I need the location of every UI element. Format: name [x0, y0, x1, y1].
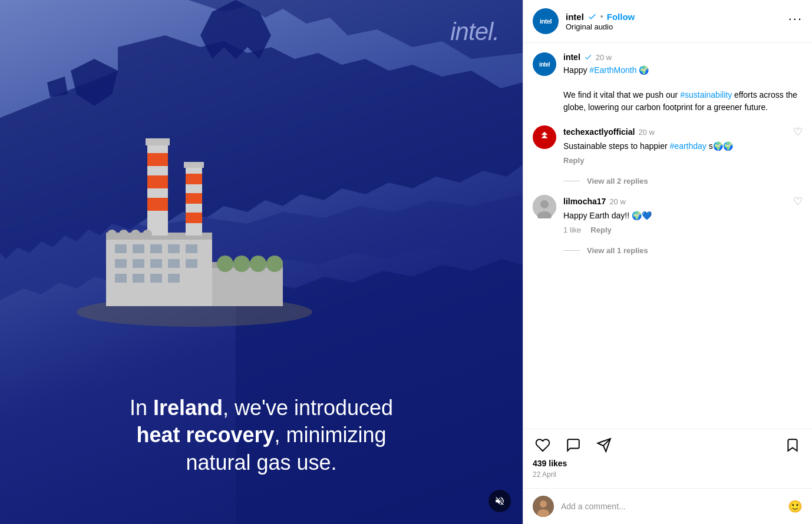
svg-rect-25: [147, 153, 168, 166]
svg-point-35: [131, 230, 140, 239]
comment-button[interactable]: [563, 435, 583, 455]
svg-rect-5: [150, 244, 162, 253]
comment-reply-button[interactable]: Reply: [590, 225, 611, 234]
view-replies-row: View all 2 replies: [563, 177, 803, 185]
header-username: intel: [566, 12, 584, 22]
svg-point-34: [119, 230, 128, 239]
replies-line-2: [563, 250, 580, 251]
svg-point-21: [250, 256, 266, 272]
svg-rect-12: [186, 259, 197, 268]
post-date: 22 April: [533, 470, 803, 479]
view-replies-button[interactable]: View all 2 replies: [587, 177, 648, 185]
comment-body: techexactlyofficial 20 w ♡ Sustainable s…: [563, 125, 803, 165]
svg-rect-11: [168, 259, 180, 268]
original-audio-label: Original audio: [566, 22, 781, 31]
svg-rect-6: [168, 244, 180, 253]
lilmocha-avatar: [533, 195, 556, 218]
intel-watermark: intel.: [450, 18, 499, 46]
add-comment-row: Add a comment... 🙂: [523, 488, 812, 524]
svg-rect-14: [133, 274, 144, 283]
view-replies-button-2[interactable]: View all 1 replies: [587, 246, 648, 255]
techexactly-avatar: [533, 125, 556, 149]
svg-rect-27: [147, 198, 168, 211]
svg-point-19: [217, 256, 233, 272]
comment-like-count: 1 like: [563, 225, 581, 234]
emoji-button[interactable]: 🙂: [788, 499, 803, 513]
action-bar: 439 likes 22 April: [523, 429, 812, 488]
svg-point-33: [107, 230, 117, 239]
svg-rect-13: [115, 274, 127, 283]
dot-separator: •: [600, 12, 603, 21]
caption-intel-avatar[interactable]: intel: [533, 52, 556, 76]
svg-rect-7: [186, 244, 197, 253]
replies-line: [563, 181, 580, 182]
caption-text: Happy #EarthMonth 🌍 We find it vital tha…: [563, 64, 803, 114]
view-replies-row-2: View all 1 replies: [563, 246, 803, 255]
svg-point-20: [233, 256, 250, 272]
intel-avatar[interactable]: intel: [533, 8, 559, 34]
comment-username: techexactlyofficial: [563, 127, 635, 137]
svg-rect-4: [133, 244, 144, 253]
more-options-button[interactable]: ···: [788, 11, 803, 31]
comment-item: techexactlyofficial 20 w ♡ Sustainable s…: [533, 125, 803, 165]
svg-point-36: [143, 230, 152, 239]
comment-text: Sustainable steps to happier #earthday s…: [563, 140, 803, 152]
image-caption: In Ireland, we've introduced heat recove…: [0, 394, 523, 477]
share-button[interactable]: [594, 435, 614, 455]
caption-verified-icon: [584, 53, 592, 61]
comment-like-button[interactable]: ♡: [793, 125, 803, 138]
svg-rect-32: [186, 213, 202, 223]
svg-rect-3: [115, 244, 127, 253]
post-panel: intel intel • Follow Original audio ··· …: [523, 0, 812, 524]
comment-text: Happy Earth day!! 🌍💙: [563, 210, 803, 222]
post-caption: intel intel 20 w Happy #EarthMonth 🌍 We …: [533, 52, 803, 114]
comment-item: lilmocha17 20 w ♡ Happy Earth day!! 🌍💙 1…: [533, 195, 803, 234]
bookmark-button[interactable]: [783, 435, 803, 455]
comment-body: lilmocha17 20 w ♡ Happy Earth day!! 🌍💙 1…: [563, 195, 803, 234]
caption-username: intel: [563, 52, 580, 62]
post-image: intel. In Ireland, we've introduced heat…: [0, 0, 523, 524]
svg-point-38: [540, 200, 549, 208]
svg-rect-16: [168, 274, 180, 283]
comment-reply-button[interactable]: Reply: [563, 156, 584, 165]
svg-rect-15: [150, 274, 162, 283]
comment-input[interactable]: Add a comment...: [561, 502, 781, 511]
comment-like-button[interactable]: ♡: [793, 195, 803, 208]
commenter-avatar: [533, 496, 554, 517]
likes-count: 439 likes: [533, 459, 803, 468]
comment-time: 20 w: [609, 197, 625, 206]
svg-rect-9: [133, 259, 144, 268]
comment-username: lilmocha17: [563, 197, 606, 206]
svg-rect-30: [186, 174, 202, 184]
caption-time: 20 w: [596, 53, 612, 62]
post-header: intel intel • Follow Original audio ···: [523, 0, 812, 43]
comments-area[interactable]: intel intel 20 w Happy #EarthMonth 🌍 We …: [523, 43, 812, 429]
mute-button[interactable]: [488, 490, 511, 512]
svg-rect-26: [147, 175, 168, 188]
comment-time: 20 w: [638, 128, 654, 137]
svg-rect-24: [146, 138, 170, 145]
svg-rect-8: [115, 259, 127, 268]
header-verified-icon: [587, 12, 597, 21]
svg-rect-10: [150, 259, 162, 268]
svg-point-43: [540, 500, 547, 508]
svg-rect-31: [186, 193, 202, 204]
svg-point-22: [266, 256, 283, 272]
header-info: intel • Follow Original audio: [566, 12, 781, 31]
like-button[interactable]: [533, 435, 553, 455]
svg-rect-29: [184, 162, 204, 168]
follow-button[interactable]: Follow: [607, 12, 635, 22]
